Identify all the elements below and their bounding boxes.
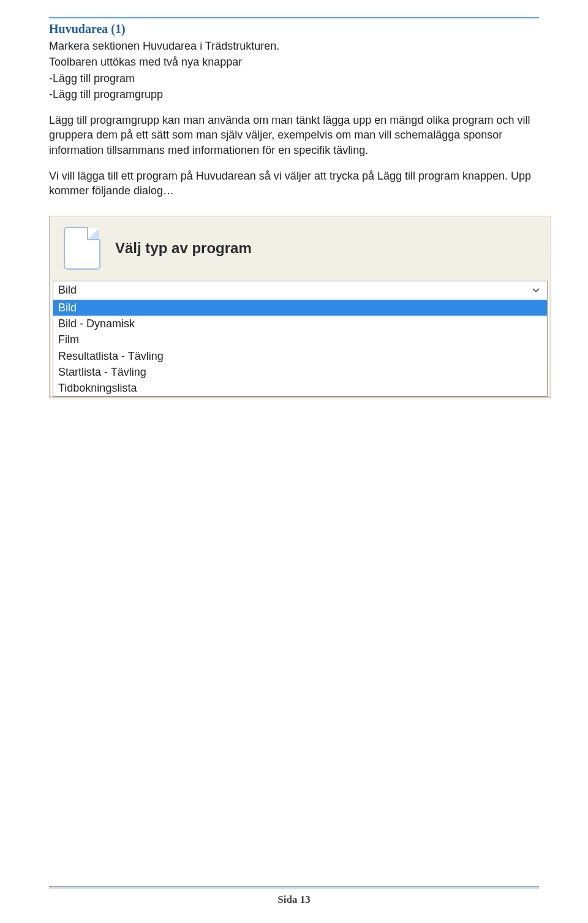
paragraph-2: Toolbaren uttökas med två nya knappar: [49, 55, 539, 69]
chevron-down-icon[interactable]: [530, 284, 542, 297]
dialog-title: Välj typ av program: [115, 240, 252, 257]
dropdown-option[interactable]: Bild - Dynamisk: [53, 316, 547, 332]
new-file-icon: [64, 227, 100, 270]
dialog-screenshot: Välj typ av program Bild Bild Bild - Dyn…: [49, 216, 551, 401]
dropdown-option[interactable]: Startlista - Tävling: [53, 364, 547, 380]
dropdown-option[interactable]: Tidbokningslista: [53, 380, 547, 396]
dialog-header: Välj typ av program: [51, 218, 549, 281]
page-top-rule: [49, 17, 539, 18]
program-type-dropdown[interactable]: Bild: [53, 281, 548, 300]
dropdown-option[interactable]: Resultatlista - Tävling: [53, 348, 547, 364]
dropdown-options-panel: Bild Bild - Dynamisk Film Resultatlista …: [53, 300, 548, 397]
dropdown-selected-value: Bild: [58, 284, 77, 297]
page-number: Sida 13: [277, 894, 310, 906]
section-heading: Huvudarea (1): [49, 22, 539, 36]
paragraph-1: Markera sektionen Huvudarea i Trädstrukt…: [49, 39, 539, 53]
paragraph-3: -Lägg till program: [49, 71, 539, 86]
paragraph-6: Vi vill lägga till ett program på Huvuda…: [49, 169, 539, 199]
paragraph-4: -Lägg till programgrupp: [49, 87, 539, 102]
paragraph-5: Lägg till programgrupp kan man använda o…: [49, 113, 539, 158]
dialog-window: Välj typ av program Bild Bild Bild - Dyn…: [49, 216, 551, 398]
footer-rule: [49, 886, 539, 890]
dropdown-option[interactable]: Bild: [53, 300, 547, 316]
dialog-bottom-shadow: [49, 397, 551, 401]
dropdown-option[interactable]: Film: [53, 332, 547, 348]
